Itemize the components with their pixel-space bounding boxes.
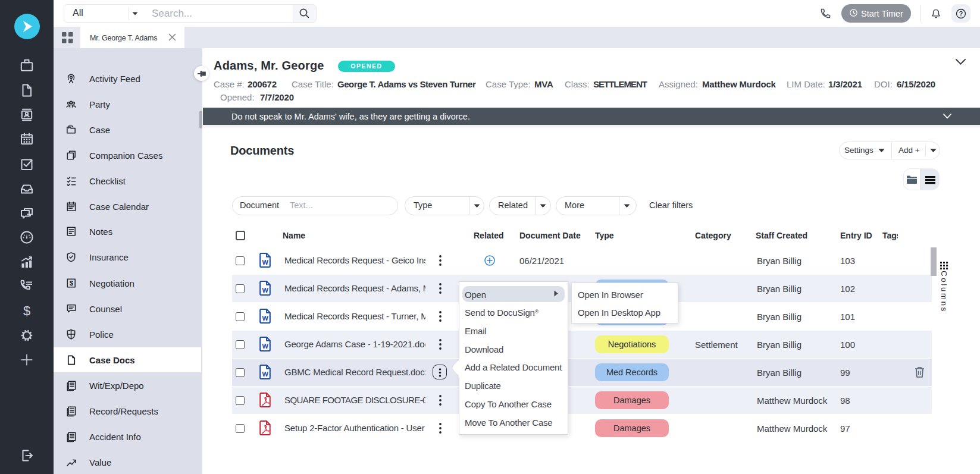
svg-text:W: W [262, 259, 269, 266]
svg-text:W: W [262, 343, 269, 350]
svg-text:W: W [262, 315, 269, 322]
svg-text:W: W [262, 287, 269, 294]
svg-text:W: W [262, 371, 269, 378]
svg-text:$: $ [23, 303, 30, 318]
svg-text:$: $ [70, 280, 74, 287]
